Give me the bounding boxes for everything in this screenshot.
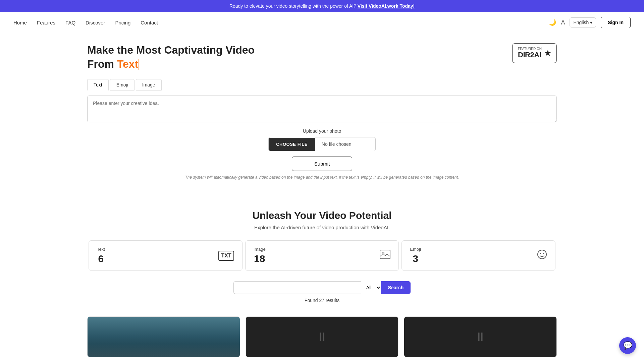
hero-title-highlight: Text xyxy=(117,58,138,70)
hero-section: Make the Most Captivating Video From Tex… xyxy=(0,33,644,200)
search-filter[interactable]: All xyxy=(361,281,381,294)
chat-button[interactable]: 💬 xyxy=(619,337,636,354)
ocean-waves xyxy=(88,344,240,357)
search-results-count: Found 27 results xyxy=(87,298,557,303)
hero-top: Make the Most Captivating Video From Tex… xyxy=(87,43,557,71)
banner-link[interactable]: Visit VideoAI.work Today! xyxy=(358,3,415,9)
chat-icon: 💬 xyxy=(623,341,632,350)
thumb-card-1 xyxy=(87,316,240,357)
upload-label: Upload your photo xyxy=(303,128,341,134)
unleash-section: Unleash Your Video Potential Explore the… xyxy=(0,200,644,316)
hero-title: Make the Most Captivating Video From Tex… xyxy=(87,43,255,71)
translate-icon[interactable]: A xyxy=(561,19,565,26)
stat-label-emoji: Emoji xyxy=(410,247,421,252)
unleash-title: Unleash Your Video Potential xyxy=(87,210,557,221)
tab-text[interactable]: Text xyxy=(87,79,109,90)
hero-title-line1: Make the Most Captivating Video xyxy=(87,44,255,56)
navbar: Home Feaures FAQ Discover Pricing Contac… xyxy=(0,12,644,33)
choose-file-button[interactable]: CHOOSE FILE xyxy=(269,138,315,151)
file-name-display: No file chosen xyxy=(315,137,375,151)
tab-emoji[interactable]: Emoji xyxy=(110,79,135,90)
stat-number-image: 18 xyxy=(254,253,266,264)
nav-contact[interactable]: Contact xyxy=(141,20,158,25)
play-icon-2: ⏸ xyxy=(474,330,486,344)
note-text: The system will automatically generate a… xyxy=(87,175,557,180)
unleash-subtitle: Explore the AI-driven future of video pr… xyxy=(87,225,557,230)
stat-label-text: Text xyxy=(97,247,105,252)
stat-left-text: Text 6 xyxy=(97,247,105,264)
content-tabs: Text Emoji Image xyxy=(87,79,557,91)
thumb-card-3: ⏸ xyxy=(404,316,557,357)
dark-mode-icon[interactable]: 🌙 xyxy=(549,19,556,26)
stat-card-image: Image 18 xyxy=(245,240,399,271)
stat-left-image: Image 18 xyxy=(254,247,266,264)
nav-features[interactable]: Feaures xyxy=(37,20,55,25)
nav-home[interactable]: Home xyxy=(13,20,27,25)
thumb-dark-1: ⏸ xyxy=(246,317,398,357)
nav-pricing[interactable]: Pricing xyxy=(115,20,130,25)
stat-number-emoji: 3 xyxy=(410,253,421,264)
stat-label-image: Image xyxy=(254,247,266,252)
chevron-down-icon: ▾ xyxy=(590,20,592,25)
stat-left-emoji: Emoji 3 xyxy=(410,247,421,264)
top-banner: Ready to elevate your video storytelling… xyxy=(0,0,644,12)
stat-card-text: Text 6 TXT xyxy=(89,240,243,271)
search-row: All Search xyxy=(87,281,557,294)
upload-section: Upload your photo CHOOSE FILE No file ch… xyxy=(87,128,557,151)
dir2ai-badge: FEATURED ON DIR2AI ★ xyxy=(512,43,557,63)
svg-point-2 xyxy=(538,250,546,259)
signin-button[interactable]: Sign In xyxy=(601,17,631,28)
language-selector[interactable]: English ▾ xyxy=(570,17,596,27)
thumbnails-row: ⏸ ⏸ xyxy=(0,316,644,357)
nav-right: 🌙 A English ▾ Sign In xyxy=(549,17,631,28)
idea-input[interactable] xyxy=(87,96,557,122)
submit-button[interactable]: Submit xyxy=(292,157,352,171)
thumb-dark-2: ⏸ xyxy=(404,317,556,357)
hero-title-part2: From xyxy=(87,58,117,70)
stat-number-text: 6 xyxy=(97,253,105,264)
file-input-row: CHOOSE FILE No file chosen xyxy=(268,137,376,151)
nav-discover[interactable]: Discover xyxy=(86,20,105,25)
stat-icon-emoji xyxy=(537,249,547,262)
thumb-ocean xyxy=(88,317,240,357)
text-cursor xyxy=(139,59,139,70)
search-button[interactable]: Search xyxy=(381,281,411,294)
stats-row: Text 6 TXT Image 18 Emoji 3 xyxy=(87,240,557,271)
play-icon-1: ⏸ xyxy=(316,330,328,344)
thumb-card-2: ⏸ xyxy=(246,316,398,357)
nav-faq[interactable]: FAQ xyxy=(65,20,75,25)
search-input[interactable] xyxy=(233,281,361,294)
stat-icon-txt: TXT xyxy=(218,251,234,261)
stat-card-emoji: Emoji 3 xyxy=(401,240,555,271)
nav-links: Home Feaures FAQ Discover Pricing Contac… xyxy=(13,20,158,25)
star-icon: ★ xyxy=(544,49,551,58)
featured-on-label: FEATURED ON xyxy=(518,47,542,51)
svg-rect-0 xyxy=(380,250,390,259)
language-label: English xyxy=(573,20,589,25)
stat-icon-image xyxy=(380,250,390,261)
badge-text: FEATURED ON DIR2AI xyxy=(518,47,542,59)
banner-text: Ready to elevate your video storytelling… xyxy=(229,3,356,9)
svg-point-3 xyxy=(540,253,541,254)
svg-point-4 xyxy=(543,253,544,254)
dir2ai-name: DIR2AI xyxy=(518,51,541,59)
tab-image[interactable]: Image xyxy=(136,79,162,90)
